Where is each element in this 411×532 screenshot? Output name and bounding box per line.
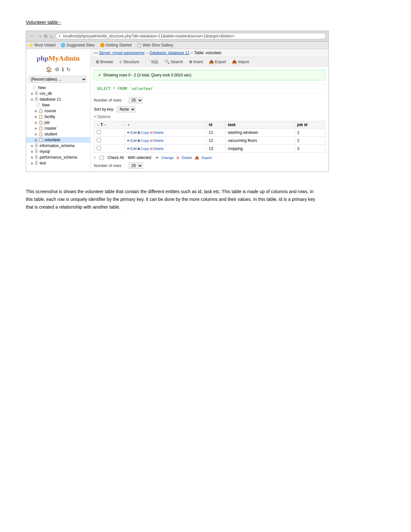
bottom-rows-select[interactable]: 25 — [129, 163, 143, 169]
table-icon: 📋 — [38, 109, 43, 113]
sidebar-item-new-top[interactable]: 📄 New — [26, 85, 90, 91]
row-actions-cell: ✏ Edit ⊕ Copy ⊖ Delete — [124, 145, 206, 153]
address-bar[interactable]: ℹ localhost/phpmyadmin/tbl_structure.php… — [55, 33, 326, 39]
sidebar-item-information-schema[interactable]: ⊕ 🗄 information_schema — [26, 143, 90, 149]
settings-icon[interactable]: ⚙ — [55, 66, 59, 73]
edit-link[interactable]: Edit — [131, 147, 137, 151]
bookmark-most-visited[interactable]: ⭐ Most Visited — [29, 43, 55, 47]
export-button[interactable]: 📤 Export — [206, 58, 229, 65]
edit-link[interactable]: Edit — [131, 139, 137, 143]
copy-link[interactable]: Copy — [141, 131, 149, 134]
row-checkbox[interactable] — [97, 138, 101, 142]
sidebar-label: performance_schema — [40, 155, 77, 160]
sidebar-item-roaster[interactable]: ⊕ 📋 roaster — [26, 125, 90, 131]
rows-select[interactable]: 25 — [129, 97, 143, 103]
structure-label: Structure — [123, 60, 139, 64]
info2-icon[interactable]: ℹ — [62, 66, 64, 73]
sidebar-item-csv-db[interactable]: ⊕ 🗄 csv_db — [26, 91, 90, 96]
sidebar-item-mysql[interactable]: ⊕ 🗄 mysql — [26, 149, 90, 154]
export-bottom-link[interactable]: Export — [202, 156, 212, 160]
change-link[interactable]: Change — [161, 156, 174, 160]
cell-jobid: 1 — [294, 129, 325, 137]
expand-icon: ⊕ — [31, 162, 33, 165]
expand-icon: ⊕ — [31, 150, 33, 153]
sidebar-item-database11[interactable]: ⊟ 🗄 database 11 — [26, 96, 90, 102]
delete-link[interactable]: Delete — [153, 147, 164, 151]
breadcrumb-sep2: » — [191, 51, 193, 55]
delete-link[interactable]: Delete — [153, 139, 164, 143]
refresh2-icon[interactable]: ↻ — [66, 66, 71, 73]
expand-icon: ⊕ — [34, 109, 37, 113]
sidebar-item-course[interactable]: ⊕ 📋 course — [26, 108, 90, 114]
sql-icon: 📄 — [145, 59, 150, 64]
table-icon: 📋 — [38, 132, 43, 136]
cell-task: vacuuming floors — [225, 137, 294, 145]
bottom-bar: ↑ Check All With selected: ✏ Change ⊖ De… — [94, 155, 325, 160]
table-row: ✏ Edit ⊕ Copy ⊖ Delete 13 mopping 3 — [94, 145, 325, 153]
expand-icon: ⊕ — [31, 92, 33, 95]
search-button[interactable]: 🔍 Search — [162, 58, 186, 65]
copy-link[interactable]: Copy — [141, 147, 149, 151]
browse-button[interactable]: ⊞ Browse — [93, 58, 116, 65]
sql-area: SELECT * FROM `volunteer` — [94, 84, 325, 94]
sidebar-item-performance-schema[interactable]: ⊕ 🗄 performance_schema — [26, 154, 90, 160]
sidebar-item-new-db11[interactable]: 📄 New — [26, 102, 90, 108]
row-checkbox[interactable] — [97, 130, 101, 134]
refresh-button[interactable]: ↻ — [44, 34, 48, 39]
delete-bottom-icon: ⊖ — [176, 156, 179, 160]
col-jobid[interactable]: job id — [294, 121, 325, 129]
result-text: Showing rows 0 - 2 (3 total, Query took … — [103, 73, 191, 77]
expand-icon: ⊕ — [34, 138, 37, 142]
sidebar-item-facility[interactable]: ⊕ 📋 facility — [26, 114, 90, 120]
breadcrumb-server[interactable]: Server: mysql wampserver — [99, 51, 145, 55]
browser-window: ← → ↻ ⌂ ℹ localhost/phpmyadmin/tbl_struc… — [26, 31, 329, 172]
bookmark-label: Suggested Sites — [66, 43, 94, 47]
copy-link[interactable]: Copy — [141, 139, 149, 143]
recent-tables-select[interactable]: (Recent tables) ... — [29, 76, 87, 83]
bookmark-web-slice[interactable]: 📋 Web Slice Gallery — [137, 43, 173, 47]
row-checkbox[interactable] — [97, 146, 101, 150]
breadcrumb-toggle[interactable]: — — [94, 51, 98, 55]
copy-icon: ⊕ — [137, 147, 140, 151]
home-button[interactable]: ⌂ — [49, 34, 54, 39]
expand-icon: ⊕ — [34, 127, 37, 130]
col-task[interactable]: task — [225, 121, 294, 129]
table-icon: 📋 — [38, 120, 43, 125]
delete-bottom-link[interactable]: Delete — [182, 156, 192, 160]
export-icon: 📤 — [209, 59, 214, 64]
browse-label: Browse — [100, 60, 113, 64]
edit-link[interactable]: Edit — [131, 131, 137, 134]
sidebar-label: mysql — [40, 149, 50, 154]
db-icon: 🗄 — [34, 143, 38, 148]
delete-link[interactable]: Delete — [153, 131, 164, 134]
sql-button[interactable]: 📄 SQL — [142, 58, 161, 65]
back-button[interactable]: ← — [29, 34, 35, 39]
structure-button[interactable]: ⊹ Structure — [116, 58, 142, 65]
bookmark-getting-started[interactable]: 🟠 Getting Started — [100, 43, 132, 47]
doc-icon: 📋 — [137, 43, 142, 47]
search-icon: 🔍 — [165, 59, 170, 64]
table-icon: 📋 — [38, 126, 43, 131]
forward-button[interactable]: → — [36, 34, 43, 39]
sidebar-item-test[interactable]: ⊕ 🗄 test — [26, 160, 90, 166]
insert-label: Insert — [193, 60, 203, 64]
plus-options[interactable]: + Options — [94, 114, 325, 119]
check-all-checkbox[interactable] — [100, 156, 104, 160]
logo-admin: Admin — [59, 54, 80, 62]
breadcrumb-database[interactable]: Database: database 11 — [150, 51, 190, 55]
bottom-actions: ✏ Change ⊖ Delete 📤 Export — [156, 156, 212, 160]
col-arrows: ←T→ — [94, 121, 124, 129]
home-icon[interactable]: 🏠 — [46, 66, 52, 73]
sidebar-item-student[interactable]: ⊕ 📋 student — [26, 131, 90, 137]
sort-select[interactable]: None — [117, 106, 136, 113]
sidebar-item-job[interactable]: ⊕ 📋 job — [26, 120, 90, 125]
export-label: Export — [215, 60, 226, 64]
sidebar-item-volunteer[interactable]: ⊕ 📋 volunteer — [26, 137, 90, 143]
scroll-up-icon[interactable]: ↑ — [94, 155, 96, 160]
col-id[interactable]: id — [206, 121, 225, 129]
import-button[interactable]: 📥 Import — [229, 58, 251, 65]
with-selected-label: With selected: — [128, 155, 152, 160]
breadcrumb-table: Table: volunteer — [194, 51, 222, 55]
bookmark-suggested-sites[interactable]: 🌐 Suggested Sites — [61, 43, 94, 47]
insert-button[interactable]: ⊕ Insert — [186, 58, 206, 65]
